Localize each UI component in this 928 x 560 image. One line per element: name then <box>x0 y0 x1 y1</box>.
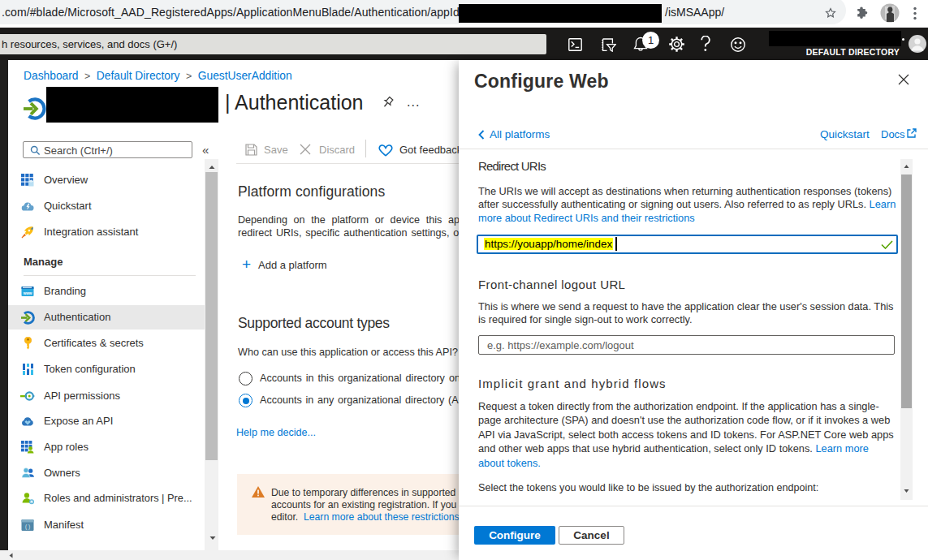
svg-text:( ): ( ) <box>25 523 30 530</box>
svg-text:www: www <box>23 291 32 295</box>
